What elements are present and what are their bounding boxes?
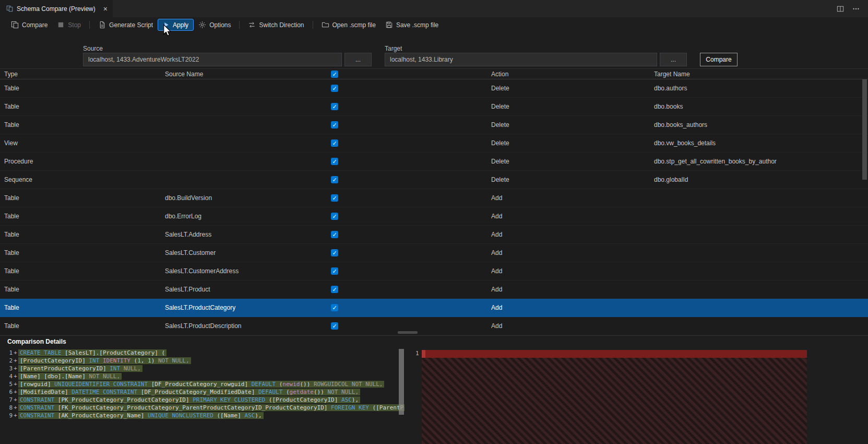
code-line-text: CREATE TABLE [SalesLT].[ProductCategory]… bbox=[18, 349, 167, 356]
generate-script-icon bbox=[98, 21, 106, 29]
diff-removed-line bbox=[422, 350, 807, 358]
apply-button[interactable]: Apply bbox=[158, 19, 194, 31]
comparison-details-header: Comparison Details bbox=[0, 335, 868, 347]
column-header-source-name: Source Name bbox=[165, 71, 330, 78]
table-row[interactable]: TableSalesLT.Product✓Add bbox=[0, 281, 868, 299]
table-row[interactable]: TableSalesLT.ProductCategory✓Add bbox=[0, 299, 868, 317]
code-line-text: CONSTRAINT [AK_ProductCategory_Name] UNI… bbox=[18, 412, 264, 419]
row-action: Delete bbox=[491, 121, 654, 128]
options-button[interactable]: Options bbox=[194, 19, 235, 31]
open-scmp-button[interactable]: Open .scmp file bbox=[317, 19, 381, 31]
table-row[interactable]: Tabledbo.BuildVersion✓Add bbox=[0, 189, 868, 207]
row-source-name: SalesLT.CustomerAddress bbox=[165, 267, 330, 275]
table-row[interactable]: TableSalesLT.ProductDescription✓Add bbox=[0, 317, 868, 335]
row-target-name: dbo.vw_books_details bbox=[654, 139, 868, 147]
compare-action-button[interactable]: Compare bbox=[700, 53, 738, 66]
line-number: 7 bbox=[0, 396, 13, 403]
open-scmp-button-label: Open .scmp file bbox=[332, 21, 376, 29]
editor-actions bbox=[837, 0, 868, 17]
code-line: 8+CONSTRAINT [FK_ProductCategory_Product… bbox=[0, 404, 405, 412]
diff-add-sign: + bbox=[13, 381, 18, 388]
grid-body: Table✓Deletedbo.authorsTable✓Deletedbo.b… bbox=[0, 79, 868, 335]
save-icon bbox=[385, 21, 393, 29]
row-include-checkbox[interactable]: ✓ bbox=[331, 231, 338, 238]
row-include-checkbox[interactable]: ✓ bbox=[331, 85, 338, 92]
diff-editor-scrollbar-thumb[interactable] bbox=[399, 349, 404, 415]
row-include-checkbox[interactable]: ✓ bbox=[331, 304, 338, 311]
comparison-details-title: Comparison Details bbox=[7, 338, 66, 345]
source-browse-button[interactable]: ... bbox=[344, 53, 372, 66]
vertical-scrollbar-thumb[interactable] bbox=[862, 79, 867, 180]
switch-direction-button[interactable]: Switch Direction bbox=[243, 19, 308, 31]
row-action: Add bbox=[491, 194, 654, 202]
row-type: Table bbox=[0, 121, 165, 128]
target-browse-button[interactable]: ... bbox=[660, 53, 687, 66]
code-line: 1+CREATE TABLE [SalesLT].[ProductCategor… bbox=[0, 349, 405, 357]
options-button-label: Options bbox=[209, 21, 231, 29]
table-row[interactable]: Procedure✓Deletedbo.stp_get_all_cowritte… bbox=[0, 153, 868, 171]
table-row[interactable]: Sequence✓Deletedbo.globalId bbox=[0, 171, 868, 189]
line-number: 5 bbox=[0, 381, 13, 388]
select-all-checkbox[interactable]: ✓ bbox=[331, 71, 338, 78]
row-include-checkbox[interactable]: ✓ bbox=[331, 194, 338, 202]
line-number: 8 bbox=[0, 404, 13, 411]
source-connection-input[interactable] bbox=[83, 53, 342, 66]
table-row[interactable]: Tabledbo.ErrorLog✓Add bbox=[0, 207, 868, 226]
code-line: 9+CONSTRAINT [AK_ProductCategory_Name] U… bbox=[0, 412, 405, 419]
table-row[interactable]: Table✓Deletedbo.books_authors bbox=[0, 116, 868, 134]
row-action: Delete bbox=[491, 103, 654, 110]
table-row[interactable]: TableSalesLT.CustomerAddress✓Add bbox=[0, 262, 868, 281]
line-number: 1 bbox=[0, 349, 13, 356]
row-target-name: dbo.globalId bbox=[654, 176, 868, 183]
code-line: 2+[ProductCategoryID] INT IDENTITY (1, 1… bbox=[0, 357, 405, 365]
row-action: Add bbox=[491, 322, 654, 330]
schema-compare-icon bbox=[6, 5, 13, 12]
row-include-checkbox[interactable]: ✓ bbox=[331, 213, 338, 220]
comparison-grid: Type Source Name ✓ Action Target Name Ta… bbox=[0, 68, 868, 335]
tab-schema-compare[interactable]: Schema Compare (Preview) × bbox=[0, 0, 113, 17]
table-row[interactable]: Table✓Deletedbo.authors bbox=[0, 79, 868, 98]
diff-add-sign: + bbox=[13, 365, 18, 372]
table-row[interactable]: TableSalesLT.Address✓Add bbox=[0, 226, 868, 244]
row-include-checkbox[interactable]: ✓ bbox=[331, 121, 338, 128]
row-include-checkbox[interactable]: ✓ bbox=[331, 322, 338, 330]
save-scmp-button[interactable]: Save .scmp file bbox=[381, 19, 443, 31]
row-include-checkbox[interactable]: ✓ bbox=[331, 267, 338, 275]
code-line: 4+[Name] [dbo].[Name] NOT NULL, bbox=[0, 372, 405, 380]
grid-hscrollbar-thumb[interactable] bbox=[398, 331, 418, 334]
close-icon[interactable]: × bbox=[103, 5, 108, 13]
row-target-name: dbo.authors bbox=[654, 85, 868, 92]
row-source-name: SalesLT.Product bbox=[165, 286, 330, 293]
row-include-checkbox[interactable]: ✓ bbox=[331, 139, 338, 147]
open-file-icon bbox=[322, 21, 329, 29]
code-line-text: CONSTRAINT [PK_ProductCategory_ProductCa… bbox=[18, 396, 360, 403]
apply-button-label: Apply bbox=[173, 21, 188, 29]
toolbar-separator bbox=[89, 21, 90, 29]
table-row[interactable]: View✓Deletedbo.vw_books_details bbox=[0, 134, 868, 153]
split-editor-icon[interactable] bbox=[837, 5, 844, 13]
generate-script-button[interactable]: Generate Script bbox=[93, 19, 158, 31]
row-include-checkbox[interactable]: ✓ bbox=[331, 249, 338, 256]
row-include-checkbox[interactable]: ✓ bbox=[331, 286, 338, 293]
code-line: 7+CONSTRAINT [PK_ProductCategory_Product… bbox=[0, 396, 405, 404]
line-number: 6 bbox=[0, 389, 13, 395]
row-action: Add bbox=[491, 249, 654, 256]
compare-button[interactable]: Compare bbox=[6, 19, 52, 31]
row-include-checkbox[interactable]: ✓ bbox=[331, 158, 338, 165]
target-connection-input[interactable] bbox=[385, 53, 657, 66]
code-line-text: [ParentProductCategoryID] INT NULL, bbox=[18, 365, 142, 372]
row-action: Add bbox=[491, 286, 654, 293]
more-actions-icon[interactable] bbox=[852, 5, 860, 13]
stop-button[interactable]: Stop bbox=[52, 19, 86, 31]
code-line: 5+[rowguid] UNIQUEIDENTIFIER CONSTRAINT … bbox=[0, 380, 405, 388]
table-row[interactable]: TableSalesLT.Customer✓Add bbox=[0, 244, 868, 262]
table-row[interactable]: Table✓Deletedbo.books bbox=[0, 98, 868, 116]
editor-tab-bar: Schema Compare (Preview) × bbox=[0, 0, 868, 17]
code-line-text: [ProductCategoryID] INT IDENTITY (1, 1) … bbox=[18, 357, 191, 364]
row-include-checkbox[interactable]: ✓ bbox=[331, 103, 338, 110]
row-include-checkbox[interactable]: ✓ bbox=[331, 176, 338, 183]
source-label: Source bbox=[83, 45, 103, 52]
diff-removed-region bbox=[422, 358, 807, 444]
row-type: View bbox=[0, 139, 165, 147]
row-source-name: SalesLT.Address bbox=[165, 231, 330, 238]
